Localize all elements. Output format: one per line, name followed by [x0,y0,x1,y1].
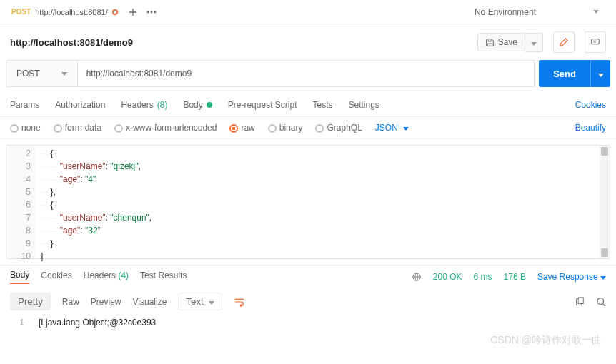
body-type-raw[interactable]: raw [229,123,254,133]
response-tab-headers[interactable]: Headers (4) [84,271,129,283]
minimap[interactable] [600,146,610,258]
status-size: 176 B [504,272,526,282]
unsaved-dot-icon [112,9,118,15]
radio-selected-icon [229,124,238,133]
request-tab[interactable]: POST http://localhost:8081/ [6,0,124,24]
response-tab-tests[interactable]: Test Results [140,271,187,283]
comment-icon [590,37,600,47]
svg-rect-6 [578,297,583,303]
response-tab-cookies[interactable]: Cookies [41,271,71,283]
response-line-number: 1 [10,318,24,328]
url-input[interactable] [78,60,535,87]
more-tabs-button[interactable] [142,3,161,21]
floppy-icon [485,38,495,47]
tab-authorization[interactable]: Authorization [55,100,105,110]
tab-settings[interactable]: Settings [349,100,379,110]
method-selector[interactable]: POST [6,60,78,87]
svg-point-1 [150,11,152,13]
environment-label: No Environment [475,7,536,17]
body-type-binary[interactable]: binary [268,123,303,133]
view-pretty[interactable]: Pretty [10,293,51,310]
radio-icon [315,124,324,133]
chevron-down-icon [403,127,409,131]
save-button[interactable]: Save [477,33,525,51]
svg-point-0 [146,11,149,13]
search-icon[interactable] [596,297,606,307]
chevron-down-icon [593,10,599,14]
chevron-down-icon [598,74,604,77]
edit-button[interactable] [553,31,575,53]
svg-rect-3 [592,39,600,44]
radio-icon [10,124,19,133]
tab-title: http://localhost:8081/ [35,8,108,16]
tab-tests[interactable]: Tests [312,100,332,110]
watermark: CSDN @吟诗作对歌一曲 [490,334,602,347]
response-tab-body[interactable]: Body [10,270,29,284]
radio-icon [54,124,62,133]
send-options-button[interactable] [590,60,610,87]
svg-point-2 [154,11,156,13]
environment-selector[interactable]: No Environment [463,7,610,17]
body-type-none[interactable]: none [10,123,41,133]
response-text: [Ljava.lang.Object;@32c0e393 [39,318,156,328]
comment-button[interactable] [585,31,606,53]
save-options-button[interactable] [525,33,543,52]
view-raw[interactable]: Raw [62,297,79,307]
view-visualize[interactable]: Visualize [133,297,167,307]
tab-headers[interactable]: Headers (8) [121,100,167,110]
body-type-xform[interactable]: x-www-form-urlencoded [114,123,217,133]
beautify-link[interactable]: Beautify [575,123,606,133]
add-tab-button[interactable] [124,3,142,21]
response-type-selector[interactable]: Text [178,293,222,310]
tab-params[interactable]: Params [10,100,39,110]
save-response-button[interactable]: Save Response [537,272,606,282]
chevron-down-icon [531,42,537,46]
status-code: 200 OK [433,272,462,282]
active-dot-icon [207,102,212,108]
code-content: ····{········"userName": "qizekj",······… [6,146,610,263]
send-button[interactable]: Send [539,60,590,87]
wrap-icon[interactable] [234,297,245,307]
cookies-link[interactable]: Cookies [575,100,606,110]
radio-icon [268,124,277,133]
tab-body[interactable]: Body [183,100,212,110]
body-type-formdata[interactable]: form-data [54,123,101,133]
status-time: 6 ms [474,272,492,282]
chevron-down-icon [209,301,214,305]
chevron-down-icon [600,276,606,280]
view-preview[interactable]: Preview [91,297,121,307]
tab-prerequest[interactable]: Pre-request Script [228,100,297,110]
body-type-graphql[interactable]: GraphQL [315,123,362,133]
copy-icon[interactable] [575,297,585,307]
radio-icon [114,124,123,133]
pencil-icon [559,37,569,47]
request-title: http://localhost:8081/demo9 [10,37,133,48]
line-gutter: 2345678910 [6,146,35,258]
tab-method: POST [11,8,31,16]
request-body-editor[interactable]: 2345678910 ····{········"userName": "qiz… [6,145,610,259]
body-format-selector[interactable]: JSON [375,123,409,133]
chevron-down-icon [61,72,67,76]
svg-point-7 [597,298,604,304]
globe-icon[interactable] [412,272,422,282]
